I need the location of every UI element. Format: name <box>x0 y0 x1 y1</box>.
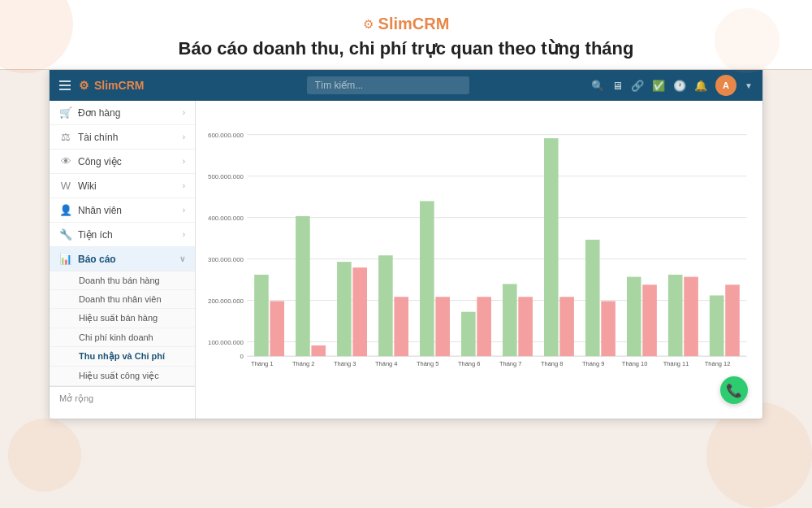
bar-pink-9 <box>601 301 615 356</box>
bar-green-4 <box>378 255 393 356</box>
arrow-icon: › <box>183 132 185 141</box>
svg-text:Tháng 12: Tháng 12 <box>705 360 731 367</box>
sidebar-item-cong-viec[interactable]: 👁 Công việc › <box>50 150 195 174</box>
submenu-doanh-thu-ban-hang[interactable]: Doanh thu bán hàng <box>50 271 195 290</box>
svg-text:400.000.000: 400.000.000 <box>208 215 244 222</box>
wiki-icon: W <box>59 180 72 192</box>
bar-green-12 <box>710 295 724 356</box>
logo-crm: CRM <box>412 15 450 33</box>
check-icon[interactable]: ✅ <box>652 80 665 92</box>
page-title: Báo cáo doanh thu, chi phí trực quan the… <box>0 38 812 59</box>
sidebar-item-nhan-vien[interactable]: 👤 Nhân viên › <box>50 198 195 223</box>
tools-icon: 🔧 <box>59 228 72 241</box>
svg-text:Tháng 2: Tháng 2 <box>292 360 314 367</box>
work-icon: 👁 <box>59 155 72 167</box>
avatar[interactable]: A <box>715 75 736 96</box>
bar-pink-8 <box>559 297 574 356</box>
svg-text:500.000.000: 500.000.000 <box>208 173 244 180</box>
svg-text:Tháng 3: Tháng 3 <box>334 360 356 367</box>
sidebar: 🛒 Đơn hàng › ⚖ Tài chính › 👁 Công việc <box>50 101 196 419</box>
bar-green-7 <box>503 284 517 356</box>
arrow-icon: › <box>183 108 185 117</box>
arrow-icon: › <box>183 230 185 239</box>
sidebar-item-tien-ich[interactable]: 🔧 Tiện ích › <box>50 223 195 247</box>
submenu-hieu-suat-cong-viec[interactable]: Hiệu suất công việc <box>50 367 195 386</box>
main-content: 🛒 Đơn hàng › ⚖ Tài chính › 👁 Công việc <box>50 101 762 419</box>
dropdown-arrow-icon[interactable]: ▼ <box>745 81 753 90</box>
gear-icon: ⚙ <box>363 17 374 32</box>
bar-pink-1 <box>270 301 284 356</box>
svg-text:300.000.000: 300.000.000 <box>208 256 244 263</box>
bar-pink-10 <box>642 284 657 356</box>
bar-pink-7 <box>518 297 533 356</box>
logo-area: ⚙ SlimCRM <box>0 15 812 33</box>
nav-gear-icon: ⚙ <box>79 79 89 92</box>
cart-icon: 🛒 <box>59 106 72 119</box>
bar-pink-3 <box>352 267 367 356</box>
submenu-doanh-thu-nhan-vien[interactable]: Doanh thu nhân viên <box>50 290 195 309</box>
app-frame: ⚙ SlimCRM 🔍 🖥 🔗 ✅ 🕐 🔔 A ▼ <box>49 70 763 419</box>
float-call-button[interactable]: 📞 <box>720 376 748 404</box>
bar-pink-4 <box>394 297 408 356</box>
bar-pink-12 <box>725 284 740 356</box>
monitor-icon[interactable]: 🖥 <box>612 80 623 92</box>
sidebar-item-bao-cao[interactable]: 📊 Báo cáo ∨ <box>50 247 195 271</box>
svg-text:Tháng 7: Tháng 7 <box>499 360 521 367</box>
svg-text:Tháng 11: Tháng 11 <box>663 360 689 367</box>
search-input[interactable] <box>307 76 469 94</box>
sidebar-label-don-hang: Đơn hàng <box>78 107 120 119</box>
top-nav: ⚙ SlimCRM 🔍 🖥 🔗 ✅ 🕐 🔔 A ▼ <box>50 70 762 101</box>
sidebar-label-tai-chinh: Tài chính <box>78 132 118 143</box>
svg-text:Tháng 10: Tháng 10 <box>622 360 648 367</box>
svg-text:Tháng 8: Tháng 8 <box>541 360 563 367</box>
arrow-icon: › <box>183 181 185 190</box>
sidebar-label-tien-ich: Tiện ích <box>78 229 113 241</box>
hamburger-menu[interactable] <box>59 80 71 90</box>
submenu-thu-nhap-chi-phi[interactable]: Thu nhập và Chi phí <box>50 347 195 367</box>
logo-slim: Slim <box>378 15 412 33</box>
sidebar-item-tai-chinh[interactable]: ⚖ Tài chính › <box>50 125 195 150</box>
submenu-hieu-suat-ban-hang[interactable]: Hiệu suất bán hàng <box>50 309 195 328</box>
arrow-icon: › <box>183 157 185 166</box>
nav-slim: Slim <box>94 79 119 92</box>
chart-area: 600.000.000 500.000.000 400.000.000 300.… <box>196 101 762 419</box>
sidebar-item-wiki[interactable]: W Wiki › <box>50 174 195 198</box>
clock-icon[interactable]: 🕐 <box>673 80 686 92</box>
nav-icons: 🔍 🖥 🔗 ✅ 🕐 🔔 A ▼ <box>591 75 753 96</box>
nav-crm: CRM <box>119 79 145 92</box>
nav-brand-text: SlimCRM <box>94 79 144 92</box>
report-icon: 📊 <box>59 253 72 265</box>
bar-green-2 <box>296 216 310 356</box>
bell-icon[interactable]: 🔔 <box>694 80 707 92</box>
bar-chart: 600.000.000 500.000.000 400.000.000 300.… <box>208 109 750 410</box>
bar-pink-5 <box>435 297 450 356</box>
bar-green-6 <box>461 312 476 356</box>
bar-pink-6 <box>477 297 491 356</box>
nav-search-area <box>192 76 583 94</box>
share-icon[interactable]: 🔗 <box>631 80 644 92</box>
svg-text:Tháng 1: Tháng 1 <box>251 360 273 367</box>
employee-icon: 👤 <box>59 204 72 216</box>
bar-green-11 <box>668 275 683 356</box>
bar-green-9 <box>585 240 600 356</box>
bar-green-5 <box>420 201 434 356</box>
svg-text:0: 0 <box>240 353 244 360</box>
arrow-icon: ∨ <box>179 254 185 263</box>
sidebar-footer-expand[interactable]: Mở rộng <box>50 386 195 410</box>
svg-text:Tháng 5: Tháng 5 <box>417 360 438 367</box>
sidebar-label-cong-viec: Công việc <box>78 156 122 167</box>
svg-text:Tháng 9: Tháng 9 <box>582 360 604 367</box>
submenu-chi-phi-kinh-doanh[interactable]: Chi phí kinh doanh <box>50 328 195 347</box>
sidebar-label-nhan-vien: Nhân viên <box>78 205 122 216</box>
bar-green-1 <box>254 275 269 356</box>
search-icon[interactable]: 🔍 <box>591 80 604 92</box>
bar-green-8 <box>544 138 559 356</box>
nav-brand: ⚙ SlimCRM <box>79 79 184 92</box>
svg-text:Tháng 4: Tháng 4 <box>375 360 397 367</box>
page-header: ⚙ SlimCRM Báo cáo doanh thu, chi phí trự… <box>0 0 812 70</box>
svg-text:100.000.000: 100.000.000 <box>208 339 244 346</box>
sidebar-label-wiki: Wiki <box>78 180 97 192</box>
sidebar-item-don-hang[interactable]: 🛒 Đơn hàng › <box>50 101 195 125</box>
phone-icon: 📞 <box>726 383 742 398</box>
chart-container: 600.000.000 500.000.000 400.000.000 300.… <box>208 109 750 410</box>
